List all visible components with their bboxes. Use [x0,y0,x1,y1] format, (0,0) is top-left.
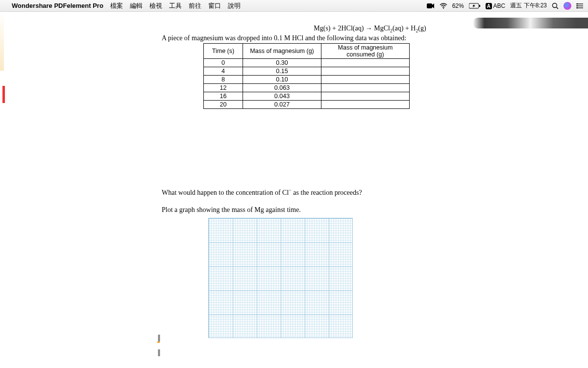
table-cell: 4 [204,67,243,75]
table-cell: 16 [204,92,243,100]
menu-tools[interactable]: 工具 [169,1,182,10]
plot-instruction: Plot a graph showing the mass of Mg agai… [162,206,578,214]
menu-edit[interactable]: 編輯 [130,1,143,10]
svg-rect-3 [479,5,480,7]
menu-help[interactable]: 說明 [228,1,241,10]
spotlight-icon[interactable] [552,2,559,9]
menu-file[interactable]: 檔案 [110,1,123,10]
table-cell [321,100,410,108]
menubar: Wondershare PDFelement Pro 檔案 編輯 檢視 工具 前… [0,0,588,12]
sidebar-sliver [0,12,4,71]
svg-point-4 [553,3,557,7]
table-row: 00.30 [204,58,410,67]
document-page: Mg(s) + 2HCl(aq) → MgCl2(aq) + H2(g) A p… [162,25,578,338]
clock[interactable]: 週五 下午8:23 [510,1,547,10]
svg-point-1 [443,8,444,9]
table-cell: 20 [204,100,243,108]
question-text: What would happen to the concentration o… [162,187,578,197]
svg-rect-0 [427,3,432,8]
notification-center-icon[interactable] [576,3,583,9]
screen-record-icon[interactable] [427,3,435,9]
table-row: 80.10 [204,75,410,83]
reaction-equation: Mg(s) + 2HCl(aq) → MgCl2(aq) + H2(g) [162,25,578,33]
col-header-time: Time (s) [204,43,243,58]
table-cell: 0.30 [243,58,321,67]
table-row: 40.15 [204,67,410,75]
battery-icon[interactable] [469,3,481,9]
table-cell [321,75,410,83]
menu-go[interactable]: 前往 [189,1,201,10]
table-cell [321,58,410,67]
table-cell: 0.043 [243,92,321,100]
menubar-right: 62% A ABC 週五 下午8:23 [427,1,583,10]
table-cell [321,67,410,75]
intro-text: A piece of magnesium was dropped into 0.… [162,34,578,42]
svg-point-9 [577,3,578,4]
svg-line-5 [557,7,559,9]
page-cursor: ‖ [157,334,161,342]
table-cell: 0.15 [243,67,321,75]
col-header-mass: Mass of magnesium (g) [243,43,321,58]
table-cell: 0 [204,58,243,67]
annotation-mark [2,86,5,103]
table-row: 120.063 [204,83,410,92]
table-cell: 8 [204,75,243,83]
table-row: 200.027 [204,100,410,108]
svg-point-11 [577,7,578,8]
table-cell: 12 [204,83,243,92]
menu-view[interactable]: 檢視 [149,1,162,10]
page-cursor: ‖ [157,348,161,356]
col-header-consumed: Mass of magnesium consumed (g) [321,43,410,58]
page-marker [157,342,160,343]
table-cell: 0.063 [243,83,321,92]
table-row: 160.043 [204,92,410,100]
menu-window[interactable]: 窗口 [208,1,221,10]
siri-icon[interactable] [564,2,571,10]
data-table: Time (s) Mass of magnesium (g) Mass of m… [203,43,410,109]
table-cell [321,92,410,100]
input-source[interactable]: A ABC [486,2,506,9]
graph-paper [208,218,353,338]
svg-point-10 [577,5,578,6]
table-cell: 0.10 [243,75,321,83]
table-cell [321,83,410,92]
app-name[interactable]: Wondershare PDFelement Pro [12,2,103,9]
battery-percent[interactable]: 62% [452,2,464,9]
table-cell: 0.027 [243,100,321,108]
wifi-icon[interactable] [440,3,447,9]
